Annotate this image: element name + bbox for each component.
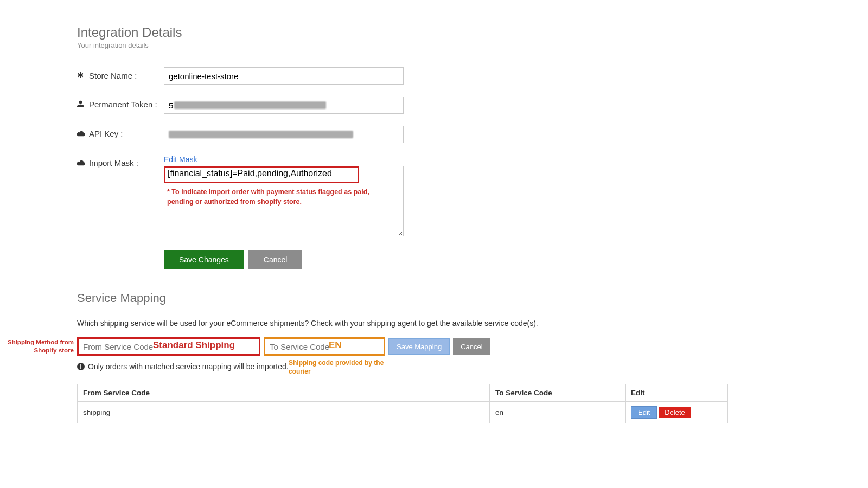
delete-row-button[interactable]: Delete bbox=[659, 407, 691, 418]
info-icon: i bbox=[77, 363, 85, 370]
integration-subtitle: Your integration details bbox=[77, 41, 728, 49]
cancel-button[interactable]: Cancel bbox=[248, 250, 303, 269]
perm-token-input[interactable]: 5 bbox=[164, 97, 404, 114]
user-icon bbox=[77, 100, 85, 109]
cloud-icon bbox=[77, 129, 85, 138]
import-mask-label: Import Mask : bbox=[89, 158, 138, 168]
import-mask-textarea[interactable]: [financial_status]=Paid,pending,Authoriz… bbox=[164, 166, 404, 236]
cancel-mapping-button[interactable]: Cancel bbox=[453, 338, 490, 355]
service-mapping-desc: Which shipping service will be used for … bbox=[77, 319, 728, 328]
service-mapping-note: Only orders with matched service mapping… bbox=[88, 362, 289, 371]
col-edit: Edit bbox=[626, 384, 728, 402]
edit-row-button[interactable]: Edit bbox=[631, 406, 657, 419]
save-mapping-button[interactable]: Save Mapping bbox=[388, 338, 450, 355]
asterisk-icon: ✱ bbox=[77, 70, 85, 80]
store-name-input[interactable] bbox=[164, 67, 404, 85]
annotation-to: Shipping code provided by the courier bbox=[289, 359, 397, 376]
from-service-code-input[interactable] bbox=[77, 337, 260, 356]
cell-from: shipping bbox=[78, 402, 490, 423]
divider bbox=[77, 310, 728, 310]
service-mapping-table: From Service Code To Service Code Edit s… bbox=[77, 384, 728, 423]
store-name-label: Store Name : bbox=[89, 71, 137, 80]
col-from: From Service Code bbox=[78, 384, 490, 402]
edit-mask-link[interactable]: Edit Mask bbox=[164, 155, 197, 164]
cloud-icon bbox=[77, 158, 85, 168]
api-key-label: API Key : bbox=[89, 129, 123, 138]
divider bbox=[77, 55, 728, 55]
perm-token-label: Permanent Token : bbox=[89, 100, 157, 109]
cell-to: en bbox=[490, 402, 626, 423]
api-key-input[interactable] bbox=[164, 126, 404, 143]
annotation-from: Shipping Method from Shopify store bbox=[7, 338, 74, 355]
cell-actions: Edit Delete bbox=[626, 402, 728, 423]
service-mapping-title: Service Mapping bbox=[77, 291, 728, 305]
save-changes-button[interactable]: Save Changes bbox=[164, 250, 244, 269]
table-row: shipping en Edit Delete bbox=[78, 402, 728, 423]
to-service-code-input[interactable] bbox=[264, 337, 385, 356]
integration-title: Integration Details bbox=[77, 25, 728, 40]
col-to: To Service Code bbox=[490, 384, 626, 402]
